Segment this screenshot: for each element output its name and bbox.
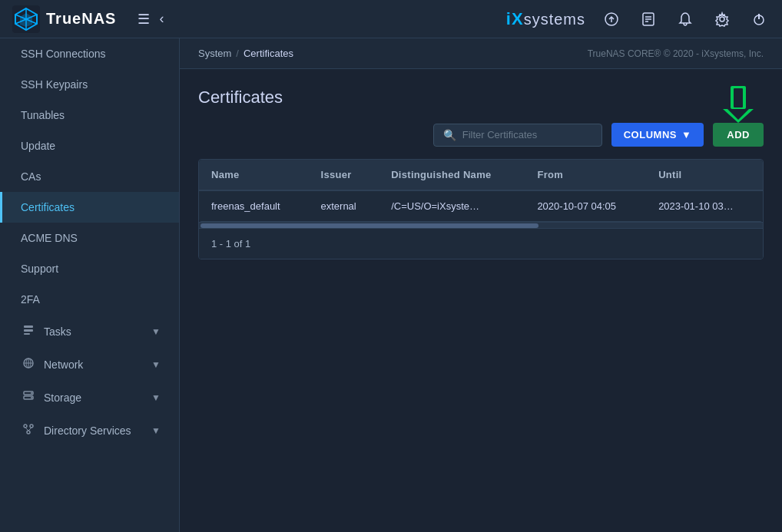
sidebar-label-directory-services: Directory Services — [44, 425, 131, 437]
updates-icon-btn[interactable] — [601, 8, 622, 30]
power-icon — [751, 12, 767, 27]
sidebar-label-update: Update — [21, 140, 55, 152]
svg-line-29 — [25, 428, 28, 431]
col-until-header: Until — [646, 160, 763, 190]
back-button[interactable]: ‹ — [156, 8, 167, 30]
scroll-thumb — [200, 223, 538, 228]
sidebar-item-ssh-keypairs[interactable]: SSH Keypairs — [0, 69, 179, 100]
sidebar-item-directory-services[interactable]: Directory Services ▼ — [0, 414, 179, 447]
cell-distinguished-name: /C=US/O=iXsyste… — [379, 190, 525, 222]
sidebar-item-acme-dns[interactable]: ACME DNS — [0, 223, 179, 253]
gear-icon — [714, 12, 730, 27]
table-body: freenas_default external /C=US/O=iXsyste… — [199, 190, 763, 222]
col-name-header: Name — [199, 160, 308, 190]
svg-point-26 — [24, 425, 27, 428]
col-issuer-header: Issuer — [308, 160, 379, 190]
search-icon: 🔍 — [443, 129, 456, 141]
content-area: System / Certificates TrueNAS CORE® © 20… — [180, 38, 782, 532]
sidebar-item-update[interactable]: Update — [0, 131, 179, 161]
topbar: TrueNAS ☰ ‹ iXsystems — [0, 0, 782, 38]
network-chevron-icon: ▼ — [151, 359, 161, 370]
sidebar-item-support[interactable]: Support — [0, 253, 179, 284]
sidebar-label-tunables: Tunables — [21, 109, 65, 121]
columns-label: COLUMNS — [624, 129, 677, 140]
sidebar-item-tunables[interactable]: Tunables — [0, 100, 179, 131]
copyright-text: TrueNAS CORE® © 2020 - iXsystems, Inc. — [588, 48, 764, 59]
sidebar-item-ssh-connections[interactable]: SSH Connections — [0, 38, 179, 69]
systems-suffix: systems — [524, 11, 585, 28]
sidebar-item-certificates[interactable]: Certificates — [0, 192, 179, 223]
page-content: Certificates 🔍 COLUMNS ▼ — [180, 69, 782, 278]
sidebar-item-cas[interactable]: CAs — [0, 161, 179, 192]
columns-dropdown-icon: ▼ — [681, 129, 691, 140]
table-scroll-container[interactable]: Name Issuer Distinguished Name From Unti… — [199, 160, 763, 222]
bell-icon — [678, 12, 693, 27]
cell-name: freenas_default — [199, 190, 308, 222]
updates-icon — [604, 12, 619, 27]
add-btn-wrapper: ADD — [713, 123, 764, 147]
breadcrumb-current: Certificates — [244, 48, 293, 59]
alerts-icon-btn[interactable] — [674, 8, 696, 30]
col-distinguished-name-header: Distinguished Name — [379, 160, 525, 190]
svg-line-30 — [28, 428, 31, 431]
sidebar-item-storage[interactable]: Storage ▼ — [0, 381, 179, 414]
sidebar-label-cas: CAs — [21, 170, 41, 183]
certificates-table: Name Issuer Distinguished Name From Unti… — [199, 160, 763, 222]
table-header: Name Issuer Distinguished Name From Unti… — [199, 160, 763, 190]
tasks-chevron-icon: ▼ — [151, 326, 161, 337]
changelog-icon — [641, 12, 656, 27]
sidebar-label-certificates: Certificates — [21, 201, 75, 213]
svg-point-24 — [31, 392, 32, 394]
logo: TrueNAS — [12, 5, 116, 33]
power-icon-btn[interactable] — [748, 8, 770, 30]
sidebar-item-tasks[interactable]: Tasks ▼ — [0, 315, 179, 348]
cell-from: 2020-10-07 04:05 — [525, 190, 646, 222]
settings-icon-btn[interactable] — [711, 8, 733, 30]
svg-marker-35 — [727, 109, 749, 120]
storage-icon — [21, 390, 36, 405]
breadcrumb-separator: / — [236, 48, 239, 59]
network-icon — [21, 357, 36, 372]
directory-icon — [21, 423, 36, 438]
table-row[interactable]: freenas_default external /C=US/O=iXsyste… — [199, 190, 763, 222]
ixsystems-logo: iXsystems — [506, 9, 585, 29]
directory-services-chevron-icon: ▼ — [151, 425, 161, 436]
horizontal-scrollbar[interactable] — [199, 222, 763, 228]
cell-issuer: external — [308, 190, 379, 222]
breadcrumb: System / Certificates — [198, 48, 293, 59]
main-layout: SSH Connections SSH Keypairs Tunables Up… — [0, 38, 782, 532]
changelog-icon-btn[interactable] — [638, 8, 659, 30]
ix-prefix: iX — [506, 9, 524, 28]
sidebar: SSH Connections SSH Keypairs Tunables Up… — [0, 38, 180, 532]
svg-rect-16 — [24, 329, 33, 332]
menu-button[interactable]: ☰ — [134, 8, 153, 31]
sidebar-label-tasks: Tasks — [44, 325, 71, 338]
svg-marker-33 — [723, 109, 754, 123]
topbar-nav: ☰ ‹ — [134, 8, 167, 31]
app-name-label: TrueNAS — [46, 10, 116, 28]
tasks-icon — [21, 324, 36, 339]
sidebar-item-network[interactable]: Network ▼ — [0, 348, 179, 381]
sidebar-label-2fa: 2FA — [21, 293, 40, 306]
col-from-header: From — [525, 160, 646, 190]
sidebar-label-network: Network — [44, 359, 83, 371]
search-box: 🔍 — [433, 124, 602, 147]
search-input[interactable] — [462, 129, 592, 140]
sidebar-label-acme-dns: ACME DNS — [21, 232, 78, 244]
sidebar-label-ssh-connections: SSH Connections — [21, 48, 106, 60]
sidebar-item-2fa[interactable]: 2FA — [0, 284, 179, 315]
svg-point-12 — [720, 17, 724, 21]
svg-point-27 — [30, 425, 33, 428]
page-title: Certificates — [198, 88, 764, 107]
certificates-table-wrapper: Name Issuer Distinguished Name From Unti… — [198, 159, 764, 259]
breadcrumb-bar: System / Certificates TrueNAS CORE® © 20… — [180, 38, 782, 69]
cell-until: 2023-01-10 03… — [646, 190, 763, 222]
svg-point-28 — [27, 431, 30, 434]
add-button[interactable]: ADD — [713, 123, 764, 147]
columns-button[interactable]: COLUMNS ▼ — [611, 123, 704, 147]
svg-point-25 — [31, 397, 32, 398]
sidebar-label-ssh-keypairs: SSH Keypairs — [21, 78, 88, 91]
topbar-right: iXsystems — [506, 8, 770, 30]
sidebar-label-support: Support — [21, 263, 58, 275]
breadcrumb-parent[interactable]: System — [198, 48, 231, 59]
